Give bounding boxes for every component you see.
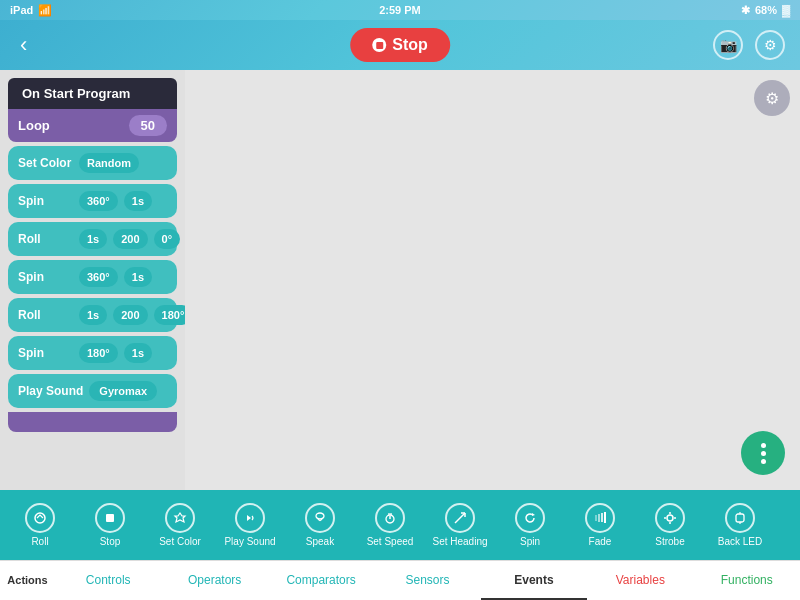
setspeed-icon (375, 503, 405, 533)
tool-setheading[interactable]: Set Heading (425, 499, 495, 551)
play-sound-block[interactable]: Play Sound Gyromax (8, 374, 177, 408)
back-button[interactable]: ‹ (15, 27, 32, 63)
tool-stop[interactable]: Stop (75, 499, 145, 551)
tool-backled[interactable]: Back LED (705, 499, 775, 551)
tool-spin[interactable]: Spin (495, 499, 565, 551)
time-label: 2:59 PM (379, 4, 421, 16)
spin-1-param-2: 1s (124, 191, 152, 211)
speak-label: Speak (306, 536, 334, 547)
svg-rect-9 (595, 515, 597, 521)
roll-2-param-1: 1s (79, 305, 107, 325)
play-sound-param: Gyromax (89, 381, 157, 401)
roll-1-param-1: 1s (79, 229, 107, 249)
playsound-icon (235, 503, 265, 533)
roll-1-label: Roll (18, 232, 73, 246)
svg-point-3 (316, 513, 324, 519)
bluetooth-icon: ✱ (741, 4, 750, 17)
set-color-param: Random (79, 153, 139, 173)
tab-bar: Actions Controls Operators Comparators S… (0, 560, 800, 600)
spin-3-label: Spin (18, 346, 73, 360)
gear-float-button[interactable]: ⚙ (754, 80, 790, 116)
roll-2-label: Roll (18, 308, 73, 322)
spin-block-3[interactable]: Spin 180° 1s (8, 336, 177, 370)
controls-tab[interactable]: Controls (55, 561, 161, 600)
dot-2 (761, 451, 766, 456)
setheading-label: Set Heading (432, 536, 487, 547)
tool-roll[interactable]: Roll (5, 499, 75, 551)
stop-tool-label: Stop (100, 536, 121, 547)
tool-playsound[interactable]: Play Sound (215, 499, 285, 551)
dot-1 (761, 443, 766, 448)
status-bar: iPad 📶 2:59 PM ✱ 68% ▓ (0, 0, 800, 20)
status-left: iPad 📶 (10, 4, 52, 17)
tool-strobe[interactable]: Strobe (635, 499, 705, 551)
setcolor-icon (165, 503, 195, 533)
roll-2-param-3: 180° (154, 305, 185, 325)
tool-speak[interactable]: Speak (285, 499, 355, 551)
status-right: ✱ 68% ▓ (741, 4, 790, 17)
spin-3-param-2: 1s (124, 343, 152, 363)
roll-1-param-3: 0° (154, 229, 181, 249)
actions-tab[interactable]: Actions (0, 561, 55, 600)
variables-tab[interactable]: Variables (587, 561, 693, 600)
svg-line-5 (455, 513, 465, 523)
spin-3-param-1: 180° (79, 343, 118, 363)
stop-tool-icon (95, 503, 125, 533)
set-color-block[interactable]: Set Color Random (8, 146, 177, 180)
setspeed-label: Set Speed (367, 536, 414, 547)
code-panel: On Start Program Loop 50 Set Color Rando… (0, 70, 185, 490)
loop-bottom-strip (8, 412, 177, 432)
stop-label: Stop (392, 36, 428, 54)
comparators-tab[interactable]: Comparators (268, 561, 374, 600)
spin-icon (515, 503, 545, 533)
strobe-label: Strobe (655, 536, 684, 547)
spin-block-1[interactable]: Spin 360° 1s (8, 184, 177, 218)
events-tab[interactable]: Events (481, 561, 587, 600)
spin-block-2[interactable]: Spin 360° 1s (8, 260, 177, 294)
setheading-icon (445, 503, 475, 533)
spin-2-param-1: 360° (79, 267, 118, 287)
play-sound-label: Play Sound (18, 384, 83, 398)
tool-fade[interactable]: Fade (565, 499, 635, 551)
functions-tab[interactable]: Functions (694, 561, 800, 600)
wifi-icon: 📶 (38, 4, 52, 17)
spin-1-label: Spin (18, 194, 73, 208)
setcolor-label: Set Color (159, 536, 201, 547)
spin-2-label: Spin (18, 270, 73, 284)
svg-rect-12 (604, 512, 606, 523)
strobe-icon (655, 503, 685, 533)
svg-point-13 (667, 515, 673, 521)
backled-label: Back LED (718, 536, 762, 547)
roll-block-2[interactable]: Roll 1s 200 180° (8, 298, 177, 332)
svg-rect-18 (736, 514, 744, 522)
on-start-label: On Start Program (8, 78, 177, 109)
roll-1-param-2: 200 (113, 229, 147, 249)
battery-icon: ▓ (782, 4, 790, 16)
stop-icon (372, 38, 386, 52)
settings-icon[interactable]: ⚙ (755, 30, 785, 60)
roll-icon (25, 503, 55, 533)
carrier-label: iPad (10, 4, 33, 16)
bottom-toolbar: Roll Stop Set Color Play Sound Speak Set… (0, 490, 800, 560)
battery-label: 68% (755, 4, 777, 16)
svg-rect-11 (601, 513, 603, 522)
header: ‹ Stop 📷 ⚙ (0, 20, 800, 70)
sensors-tab[interactable]: Sensors (374, 561, 480, 600)
dots-float-button[interactable] (741, 431, 785, 475)
svg-rect-1 (106, 514, 114, 522)
loop-value: 50 (129, 115, 167, 136)
loop-block[interactable]: Loop 50 (8, 109, 177, 142)
dot-3 (761, 459, 766, 464)
operators-tab[interactable]: Operators (161, 561, 267, 600)
camera-icon[interactable]: 📷 (713, 30, 743, 60)
tool-setcolor[interactable]: Set Color (145, 499, 215, 551)
roll-2-param-2: 200 (113, 305, 147, 325)
backled-icon (725, 503, 755, 533)
svg-marker-2 (247, 515, 251, 521)
tool-setspeed[interactable]: Set Speed (355, 499, 425, 551)
spin-2-param-2: 1s (124, 267, 152, 287)
stop-button[interactable]: Stop (350, 28, 450, 62)
svg-marker-8 (532, 513, 535, 516)
svg-rect-10 (598, 514, 600, 522)
roll-block-1[interactable]: Roll 1s 200 0° (8, 222, 177, 256)
